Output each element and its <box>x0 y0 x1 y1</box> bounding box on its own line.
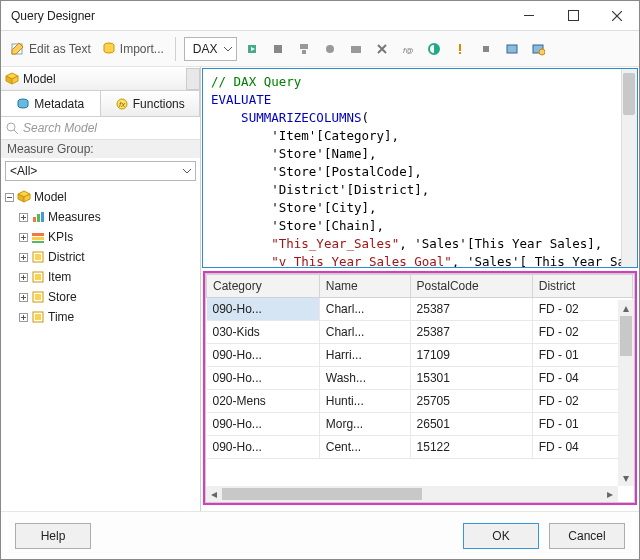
table-cell: 090-Ho... <box>207 436 320 459</box>
scroll-down-icon[interactable]: ▾ <box>618 470 634 486</box>
column-header[interactable]: City <box>632 275 635 298</box>
tree-node-kpis[interactable]: KPIs <box>3 227 198 247</box>
body: Model Metadata fx Functions Search Model… <box>1 67 639 511</box>
svg-rect-6 <box>300 44 308 49</box>
tree-node-measures[interactable]: Measures <box>3 207 198 227</box>
panel-collapse-button[interactable] <box>186 68 200 90</box>
expand-icon[interactable] <box>19 313 28 322</box>
tree-node-store[interactable]: Store <box>3 287 198 307</box>
help-button[interactable]: Help <box>15 523 91 549</box>
table-cell: 090-Ho... <box>207 298 320 321</box>
svg-line-22 <box>14 130 18 134</box>
model-header: Model <box>1 67 200 91</box>
table-row[interactable]: 090-Ho...Cent...15122FD - 04We...Fashi..… <box>207 436 636 459</box>
model-header-label: Model <box>23 72 56 86</box>
table-cell: Charl... <box>319 298 410 321</box>
table-row[interactable]: 090-Ho...Wash...15301FD - 04Wa...Fashi..… <box>207 367 636 390</box>
toolbar-btn-4[interactable] <box>319 38 341 60</box>
chevron-down-icon <box>183 167 191 175</box>
expand-icon[interactable] <box>19 273 28 282</box>
toolbar-btn-5[interactable] <box>345 38 367 60</box>
query-text: // DAX Query EVALUATE SUMMARIZECOLUMNS( … <box>203 69 637 268</box>
close-button[interactable] <box>595 1 639 30</box>
toolbar-btn-6[interactable] <box>371 38 393 60</box>
table-cell: 17109 <box>410 344 532 367</box>
toolbar: Edit as Text Import... DAX f@ <box>1 31 639 67</box>
table-cell: Wash... <box>319 367 410 390</box>
column-header[interactable]: District <box>532 275 632 298</box>
collapse-icon[interactable] <box>5 193 14 202</box>
scroll-up-icon[interactable]: ▴ <box>618 300 634 316</box>
dimension-icon <box>31 310 45 324</box>
edit-text-icon <box>10 41 26 57</box>
results-vscrollbar[interactable]: ▴ ▾ <box>618 300 634 486</box>
svg-point-17 <box>539 49 545 55</box>
column-header[interactable]: Name <box>319 275 410 298</box>
svg-rect-28 <box>32 241 44 243</box>
expand-icon[interactable] <box>19 233 28 242</box>
expand-icon[interactable] <box>19 293 28 302</box>
editor-scrollbar[interactable] <box>621 69 637 267</box>
toolbar-btn-8[interactable] <box>423 38 445 60</box>
language-select-value: DAX <box>193 42 218 56</box>
language-select[interactable]: DAX <box>184 37 237 61</box>
minimize-button[interactable] <box>507 1 551 30</box>
tab-metadata[interactable]: Metadata <box>1 91 101 116</box>
scroll-right-icon[interactable]: ▸ <box>602 487 618 501</box>
table-row[interactable]: 020-MensHunti...25705FD - 02Hu...Fashi..… <box>207 390 636 413</box>
svg-rect-5 <box>274 45 282 53</box>
run-button[interactable] <box>241 38 263 60</box>
titlebar: Query Designer <box>1 1 639 31</box>
search-placeholder: Search Model <box>23 121 97 135</box>
tree-node-district[interactable]: District <box>3 247 198 267</box>
tab-metadata-label: Metadata <box>34 97 84 111</box>
edit-as-text-button[interactable]: Edit as Text <box>7 39 94 59</box>
query-editor[interactable]: // DAX Query EVALUATE SUMMARIZECOLUMNS( … <box>202 68 638 268</box>
svg-rect-27 <box>32 237 44 240</box>
cancel-button[interactable]: Cancel <box>549 523 625 549</box>
svg-text:f@: f@ <box>403 46 413 55</box>
import-label: Import... <box>120 42 164 56</box>
results-grid[interactable]: CategoryNamePostalCodeDistrictCityChainT… <box>205 273 635 503</box>
maximize-button[interactable] <box>551 1 595 30</box>
search-icon <box>5 121 19 135</box>
measure-group-select[interactable]: <All> <box>5 161 196 181</box>
model-tree: Model Measures KPIs District <box>1 184 200 511</box>
svg-rect-30 <box>35 254 41 260</box>
toolbar-btn-7[interactable]: f@ <box>397 38 419 60</box>
toolbar-btn-3[interactable] <box>293 38 315 60</box>
toolbar-btn-11[interactable] <box>501 38 523 60</box>
toolbar-btn-2[interactable] <box>267 38 289 60</box>
results-hscrollbar[interactable]: ◂ ▸ <box>206 486 618 502</box>
tree-label: Measures <box>48 210 101 224</box>
tree-node-time[interactable]: Time <box>3 307 198 327</box>
svg-rect-26 <box>32 233 44 236</box>
dimension-icon <box>31 250 45 264</box>
ok-button[interactable]: OK <box>463 523 539 549</box>
svg-rect-7 <box>302 50 306 54</box>
expand-icon[interactable] <box>19 213 28 222</box>
table-row[interactable]: 030-KidsCharl...25387FD - 02Ch...Fashi..… <box>207 321 636 344</box>
column-header[interactable]: PostalCode <box>410 275 532 298</box>
tab-functions[interactable]: fx Functions <box>101 91 201 116</box>
window-title: Query Designer <box>1 9 507 23</box>
svg-text:fx: fx <box>119 100 126 109</box>
measure-group-label: Measure Group: <box>1 139 200 158</box>
column-header[interactable]: Category <box>207 275 320 298</box>
import-button[interactable]: Import... <box>98 39 167 59</box>
search-input[interactable]: Search Model <box>1 117 200 139</box>
toolbar-btn-12[interactable] <box>527 38 549 60</box>
scroll-left-icon[interactable]: ◂ <box>206 487 222 501</box>
toolbar-btn-9[interactable] <box>449 38 471 60</box>
right-panel: // DAX Query EVALUATE SUMMARIZECOLUMNS( … <box>201 67 639 511</box>
table-cell: Hunti... <box>319 390 410 413</box>
table-row[interactable]: 090-Ho...Charl...25387FD - 02Ch...Fashi.… <box>207 298 636 321</box>
expand-icon[interactable] <box>19 253 28 262</box>
tree-node-item[interactable]: Item <box>3 267 198 287</box>
table-row[interactable]: 090-Ho...Morg...26501FD - 01Mo...Fashi..… <box>207 413 636 436</box>
svg-rect-32 <box>35 274 41 280</box>
table-row[interactable]: 090-Ho...Harri...17109FD - 01Ha...Fashi.… <box>207 344 636 367</box>
svg-rect-9 <box>351 46 361 53</box>
toolbar-btn-10[interactable] <box>475 38 497 60</box>
tree-root[interactable]: Model <box>3 187 198 207</box>
